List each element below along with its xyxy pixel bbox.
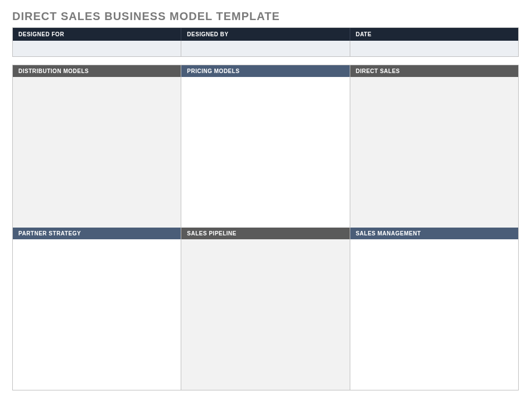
page-title: DIRECT SALES BUSINESS MODEL TEMPLATE: [12, 10, 519, 23]
section-header-direct-sales: DIRECT SALES: [350, 65, 518, 77]
section-header-partner-strategy: PARTNER STRATEGY: [13, 228, 181, 239]
section-body-partner-strategy[interactable]: [13, 239, 181, 390]
canvas-col-partner-strategy: PARTNER STRATEGY: [13, 228, 181, 390]
meta-value-date[interactable]: [350, 41, 518, 56]
canvas-col-direct-sales: DIRECT SALES: [350, 65, 518, 228]
meta-header-designed-for: DESIGNED FOR: [13, 28, 181, 41]
business-model-canvas: DISTRIBUTION MODELS PRICING MODELS DIREC…: [12, 65, 519, 390]
canvas-col-sales-pipeline: SALES PIPELINE: [181, 228, 350, 390]
section-header-sales-pipeline: SALES PIPELINE: [181, 228, 349, 239]
meta-header-designed-by: DESIGNED BY: [181, 28, 350, 41]
meta-value-row: [13, 41, 518, 56]
meta-value-designed-for[interactable]: [13, 41, 181, 56]
canvas-col-sales-management: SALES MANAGEMENT: [350, 228, 518, 390]
meta-table: DESIGNED FOR DESIGNED BY DATE: [12, 27, 519, 57]
section-body-distribution-models[interactable]: [13, 77, 181, 228]
section-body-direct-sales[interactable]: [350, 77, 518, 228]
section-header-distribution-models: DISTRIBUTION MODELS: [13, 65, 181, 77]
canvas-row-1: DISTRIBUTION MODELS PRICING MODELS DIREC…: [13, 65, 518, 228]
canvas-col-distribution-models: DISTRIBUTION MODELS: [13, 65, 181, 228]
section-header-sales-management: SALES MANAGEMENT: [350, 228, 518, 239]
meta-value-designed-by[interactable]: [181, 41, 350, 56]
section-body-pricing-models[interactable]: [181, 77, 349, 228]
canvas-row-2: PARTNER STRATEGY SALES PIPELINE SALES MA…: [13, 228, 518, 390]
meta-header-row: DESIGNED FOR DESIGNED BY DATE: [13, 28, 518, 41]
meta-header-date: DATE: [350, 28, 518, 41]
section-body-sales-management[interactable]: [350, 239, 518, 390]
section-body-sales-pipeline[interactable]: [181, 239, 349, 390]
section-header-pricing-models: PRICING MODELS: [181, 65, 349, 77]
canvas-col-pricing-models: PRICING MODELS: [181, 65, 350, 228]
